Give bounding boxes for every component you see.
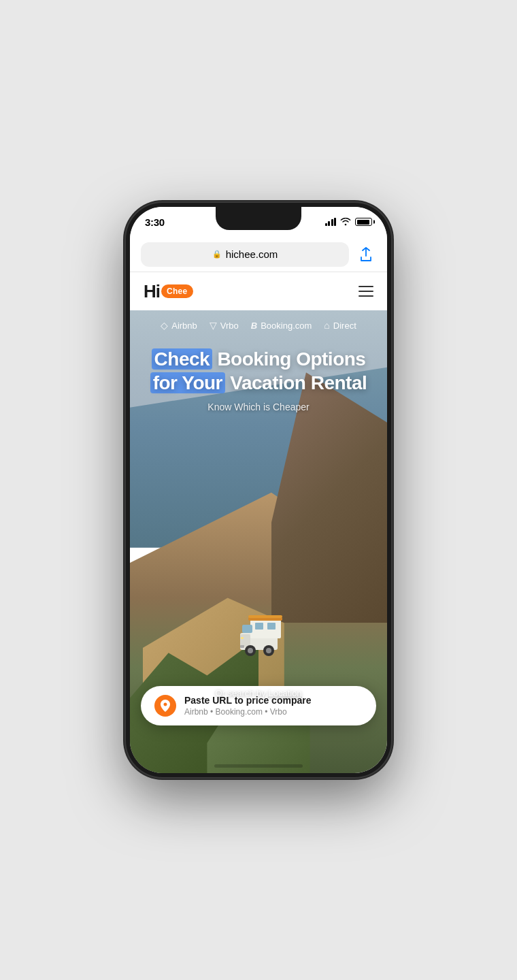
svg-point-11 [266,648,271,653]
signal-icon [325,218,337,226]
url-bar[interactable]: 🔒 hichee.com [141,242,349,267]
or-search-text: Or search by [215,688,265,698]
svg-rect-13 [240,645,244,648]
logo[interactable]: Hi Chee [144,281,193,302]
svg-point-9 [248,648,253,653]
hero-section: ◇ Airbnb ▽ Vrbo B Booking.com ⌂ Direct [130,272,387,773]
platform-vrbo[interactable]: ▽ Vrbo [210,320,239,331]
search-sub-text: Airbnb • Booking.com • Vrbo [184,707,363,717]
status-icons [325,218,373,226]
url-text: hichee.com [226,248,278,260]
platform-airbnb[interactable]: ◇ Airbnb [161,320,197,331]
svg-rect-4 [255,623,263,630]
notch [216,207,301,230]
direct-label: Direct [333,321,356,331]
browser-bar: 🔒 hichee.com [130,237,387,272]
home-indicator [214,764,303,768]
location-link[interactable]: Location [268,688,301,698]
svg-rect-7 [240,634,250,647]
phone-frame: 3:30 🔒 [126,203,391,777]
search-bar-container: Paste URL to price compare Airbnb • Book… [141,686,376,725]
camper-van [220,612,308,663]
wifi-icon [340,218,351,226]
svg-rect-3 [248,615,282,618]
headline-check: Check [152,348,213,370]
svg-rect-6 [242,625,252,633]
platform-direct[interactable]: ⌂ Direct [324,320,356,331]
airbnb-label: Airbnb [171,321,197,331]
svg-rect-1 [250,619,281,638]
hero-subtitle: Know Which is Cheaper [144,402,373,412]
lock-icon: 🔒 [212,250,222,259]
hamburger-line [358,291,373,292]
location-link-text: Location [268,688,301,698]
hamburger-line [358,295,373,297]
direct-icon: ⌂ [324,320,329,331]
booking-label: Booking.com [261,321,312,331]
phone-screen: 3:30 🔒 [130,207,387,773]
headline-rest2: Vacation Rental [225,372,367,393]
logo-hi: Hi [144,281,160,302]
headline-container: Check Booking Options for Your Vacation … [130,347,387,412]
svg-rect-12 [241,637,244,639]
vrbo-label: Vrbo [220,321,239,331]
battery-icon [355,218,372,226]
platforms-row: ◇ Airbnb ▽ Vrbo B Booking.com ⌂ Direct [130,310,387,340]
booking-icon: B [251,321,257,331]
navbar: Hi Chee [130,272,387,310]
vrbo-icon: ▽ [210,320,217,331]
headline-rest1: Booking Options [212,348,365,370]
logo-chee: Chee [161,284,193,298]
airbnb-icon: ◇ [161,320,168,331]
status-time: 3:30 [145,216,165,228]
platform-booking[interactable]: B Booking.com [251,321,312,331]
or-search: Or search by Location [141,688,376,698]
hamburger-line [358,286,373,287]
headline-for-your: for Your [150,372,225,393]
hamburger-menu[interactable] [358,286,373,297]
svg-rect-5 [267,623,276,630]
headline: Check Booking Options for Your Vacation … [144,347,373,395]
share-button[interactable] [356,244,376,265]
